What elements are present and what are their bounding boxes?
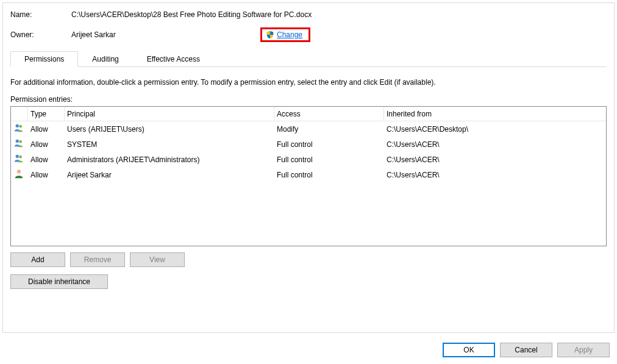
- th-principal[interactable]: Principal: [65, 107, 274, 121]
- cell-principal: SYSTEM: [65, 139, 274, 150]
- cell-access: Modify: [274, 124, 384, 135]
- cell-icon: [11, 152, 28, 167]
- svg-point-4: [16, 155, 19, 158]
- th-access[interactable]: Access: [274, 107, 384, 121]
- table-row[interactable]: AllowArijeet SarkarFull controlC:\Users\…: [11, 167, 606, 182]
- owner-value: Arijeet Sarkar: [71, 30, 260, 39]
- cell-inherited: C:\Users\ACER\: [384, 154, 606, 165]
- tab-auditing[interactable]: Auditing: [78, 51, 132, 67]
- tab-permissions[interactable]: Permissions: [10, 51, 78, 67]
- entries-label: Permission entries:: [10, 95, 607, 104]
- cell-access: Full control: [274, 170, 384, 180]
- cell-type: Allow: [28, 124, 65, 135]
- cell-principal: Administrators (ARIJEET\Administrators): [65, 154, 274, 165]
- name-row: Name: C:\Users\ACER\Desktop\28 Best Free…: [10, 10, 607, 19]
- owner-row: Owner: Arijeet Sarkar Change: [10, 27, 607, 42]
- button-row: Add Remove View: [10, 252, 607, 267]
- shield-icon: [266, 30, 274, 39]
- svg-point-0: [16, 124, 19, 127]
- change-link[interactable]: Change: [277, 30, 302, 39]
- table-header: Type Principal Access Inherited from: [11, 107, 606, 121]
- apply-button[interactable]: Apply: [557, 343, 610, 357]
- th-inherited[interactable]: Inherited from: [384, 107, 606, 121]
- users-icon: [13, 138, 24, 149]
- cell-access: Full control: [274, 139, 384, 150]
- main-panel: Name: C:\Users\ACER\Desktop\28 Best Free…: [2, 2, 615, 333]
- cell-access: Full control: [274, 154, 384, 165]
- disable-inheritance-button[interactable]: Disable inheritance: [10, 274, 108, 289]
- change-highlight-box: Change: [260, 27, 310, 42]
- cell-type: Allow: [28, 139, 65, 150]
- add-button[interactable]: Add: [10, 252, 65, 267]
- users-icon: [13, 153, 24, 164]
- table-row[interactable]: AllowAdministrators (ARIJEET\Administrat…: [11, 152, 606, 167]
- cell-icon: [11, 121, 28, 137]
- th-icon[interactable]: [11, 107, 28, 121]
- svg-point-2: [16, 140, 19, 143]
- tabs: Permissions Auditing Effective Access: [10, 51, 607, 67]
- cancel-button[interactable]: Cancel: [500, 343, 552, 357]
- remove-button[interactable]: Remove: [70, 252, 125, 267]
- cell-inherited: C:\Users\ACER\Desktop\: [384, 124, 606, 135]
- svg-point-3: [19, 140, 22, 143]
- ok-button[interactable]: OK: [443, 343, 495, 357]
- bottom-bar: OK Cancel Apply: [443, 335, 615, 364]
- table-row[interactable]: AllowSYSTEMFull controlC:\Users\ACER\: [11, 137, 606, 152]
- users-icon: [13, 123, 24, 134]
- cell-icon: [11, 137, 28, 152]
- name-label: Name:: [10, 10, 71, 19]
- view-button[interactable]: View: [130, 252, 185, 267]
- owner-label: Owner:: [10, 30, 71, 39]
- instructions-text: For additional information, double-click…: [10, 78, 607, 87]
- cell-principal: Users (ARIJEET\Users): [65, 124, 274, 135]
- cell-principal: Arijeet Sarkar: [65, 170, 274, 180]
- table-row[interactable]: AllowUsers (ARIJEET\Users)ModifyC:\Users…: [11, 121, 606, 137]
- table-body: AllowUsers (ARIJEET\Users)ModifyC:\Users…: [11, 121, 606, 182]
- th-type[interactable]: Type: [28, 107, 65, 121]
- svg-point-6: [17, 170, 21, 173]
- tab-effective-access[interactable]: Effective Access: [133, 51, 214, 67]
- name-value: C:\Users\ACER\Desktop\28 Best Free Photo…: [71, 10, 312, 19]
- svg-point-5: [19, 155, 22, 158]
- svg-point-1: [19, 125, 22, 128]
- user-icon: [13, 168, 24, 179]
- cell-type: Allow: [28, 154, 65, 165]
- cell-inherited: C:\Users\ACER\: [384, 170, 606, 180]
- cell-inherited: C:\Users\ACER\: [384, 139, 606, 150]
- entries-table: Type Principal Access Inherited from All…: [10, 106, 607, 246]
- cell-type: Allow: [28, 170, 65, 180]
- cell-icon: [11, 167, 28, 182]
